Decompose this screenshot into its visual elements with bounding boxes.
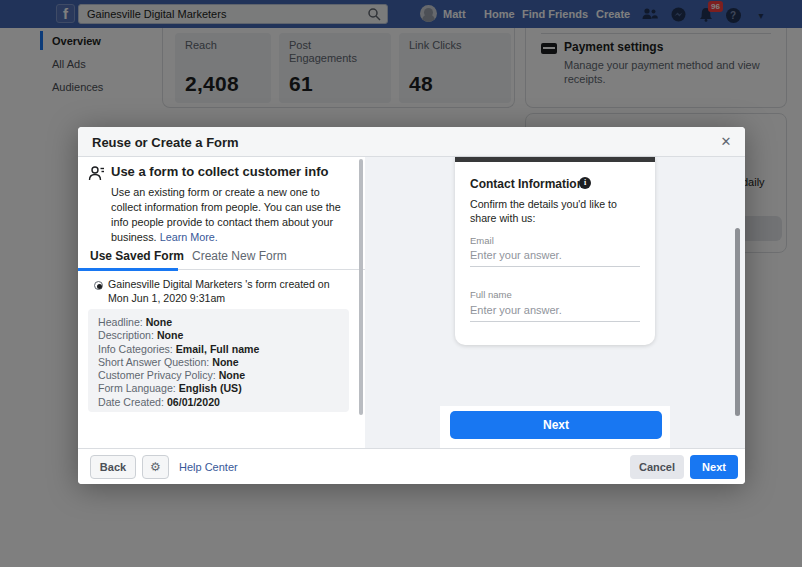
active-tab-underline [78, 268, 178, 271]
preview-next-button[interactable]: Next [450, 411, 662, 439]
learn-more-link[interactable]: Learn More. [160, 231, 218, 243]
preview-confirm-text: Confirm the details you'd like to share … [470, 198, 642, 225]
saved-form-option-label: Gainesville Digital Marketers 's form cr… [108, 278, 349, 305]
detail-form-language: Form Language: English (US) [98, 382, 349, 395]
person-form-icon [88, 165, 105, 182]
modal-header: Reuse or Create a Form ✕ [78, 127, 745, 157]
email-field[interactable] [470, 249, 640, 267]
back-button[interactable]: Back [90, 455, 136, 479]
intro-description: Use an existing form or create a new one… [111, 185, 349, 245]
reuse-or-create-form-modal: Reuse or Create a Form ✕ Use a form to c… [78, 127, 745, 484]
detail-date-created: Date Created: 06/01/2020 [98, 396, 349, 409]
close-icon[interactable]: ✕ [717, 133, 735, 151]
email-field-label: Email [470, 235, 494, 246]
gear-icon: ⚙ [150, 460, 161, 474]
preview-card-title: Contact Information [470, 177, 584, 191]
modal-footer: Back ⚙ Help Center Cancel Next [78, 448, 745, 484]
detail-short-answer: Short Answer Question: None [98, 356, 349, 369]
form-tabs: Use Saved Form Create New Form [78, 243, 365, 270]
tab-use-saved-form[interactable]: Use Saved Form [90, 249, 184, 263]
info-icon[interactable]: i [579, 177, 591, 189]
preview-top-bar [455, 157, 655, 162]
next-button[interactable]: Next [690, 455, 738, 479]
settings-button[interactable]: ⚙ [142, 455, 169, 479]
form-preview-panel: Contact Information i Confirm the detail… [365, 157, 745, 448]
detail-info-categories: Info Categories: Email, Full name [98, 343, 349, 356]
contact-information-preview-card: Contact Information i Confirm the detail… [455, 157, 655, 345]
modal-scrollbar[interactable] [735, 228, 740, 416]
modal-title: Reuse or Create a Form [92, 135, 239, 150]
form-details-box: Headline: None Description: None Info Ca… [88, 309, 349, 412]
full-name-field[interactable] [470, 304, 640, 322]
detail-headline: Headline: None [98, 316, 349, 329]
tab-create-new-form[interactable]: Create New Form [192, 249, 287, 263]
cancel-button[interactable]: Cancel [630, 455, 684, 479]
detail-description: Description: None [98, 329, 349, 342]
intro-title: Use a form to collect customer info [111, 164, 328, 179]
intro-description-text: Use an existing form or create a new one… [111, 186, 341, 243]
saved-form-option[interactable]: Gainesville Digital Marketers 's form cr… [94, 278, 349, 305]
radio-selected-icon[interactable] [94, 281, 103, 290]
detail-privacy-policy: Customer Privacy Policy: None [98, 369, 349, 382]
full-name-field-label: Full name [470, 289, 512, 300]
help-center-link[interactable]: Help Center [179, 461, 238, 473]
saved-form-panel: Use a form to collect customer info Use … [78, 157, 365, 448]
left-panel-scrollbar[interactable] [359, 159, 363, 415]
